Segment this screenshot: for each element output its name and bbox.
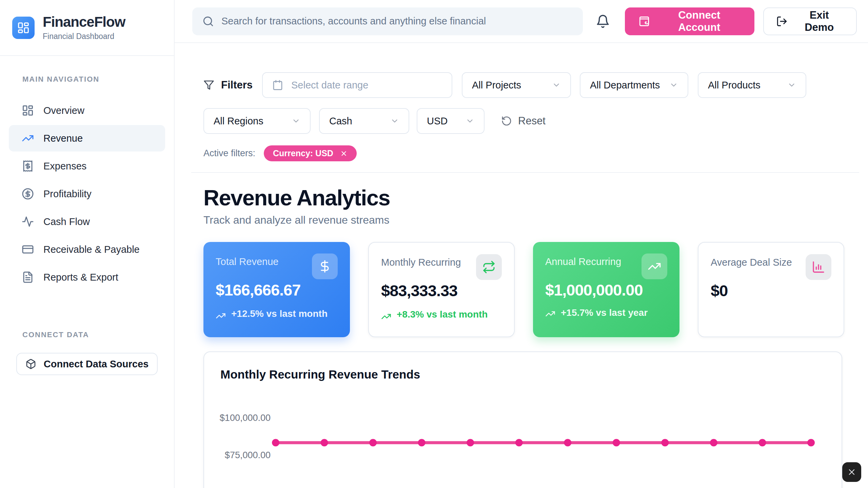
svg-text:$75,000.00: $75,000.00	[225, 450, 271, 460]
activity-icon	[22, 216, 34, 228]
bar-chart-icon	[806, 254, 831, 280]
wallet-icon	[638, 16, 650, 27]
card-title: Total Revenue	[216, 253, 278, 267]
global-search[interactable]	[192, 7, 583, 35]
log-out-icon	[776, 16, 788, 27]
package-icon	[25, 359, 36, 369]
sidebar-item-label: Revenue	[43, 133, 83, 144]
dashboard-icon	[22, 104, 34, 117]
connect-button-label: Connect Data Sources	[44, 359, 149, 370]
calendar-icon	[272, 80, 283, 90]
currency-select[interactable]: USD	[417, 108, 485, 134]
app-title: FinanceFlow	[43, 14, 125, 30]
total-revenue-card: Total Revenue $166,666.67 +12.5% vs last…	[203, 242, 350, 337]
currency-filter-chip[interactable]: Currency: USD	[264, 145, 357, 161]
connect-account-label: Connect Account	[657, 9, 741, 34]
svg-text:$100,000.00: $100,000.00	[220, 413, 271, 423]
notifications-button[interactable]	[596, 14, 610, 28]
circle-dollar-icon	[22, 188, 34, 200]
close-icon[interactable]	[340, 150, 348, 157]
exit-demo-button[interactable]: Exit Demo	[763, 7, 857, 35]
chevron-down-icon	[466, 117, 474, 125]
main-content: Filters Select date range All Projects A…	[175, 43, 868, 488]
connect-account-button[interactable]: Connect Account	[625, 7, 754, 35]
rotate-ccw-icon	[501, 116, 512, 126]
card-title: Monthly Recurring	[381, 254, 461, 268]
projects-select[interactable]: All Projects	[462, 72, 571, 98]
page-subtitle: Track and analyze all revenue streams	[203, 214, 859, 226]
sidebar-item-label: Cash Flow	[43, 216, 90, 227]
sidebar-item-receivable-payable[interactable]: Receivable & Payable	[9, 236, 165, 263]
receipt-icon	[22, 160, 34, 172]
connect-section-header: CONNECT DATA	[9, 330, 165, 339]
file-text-icon	[22, 271, 34, 283]
repeat-icon	[476, 254, 502, 280]
card-value: $1,000,000.00	[545, 281, 667, 299]
chart-title: Monthly Recurring Revenue Trends	[220, 368, 825, 381]
sidebar-item-cash-flow[interactable]: Cash Flow	[9, 208, 165, 235]
sidebar-item-profitability[interactable]: Profitability	[9, 181, 165, 207]
active-filters-label: Active filters:	[203, 148, 255, 159]
search-input[interactable]	[221, 16, 573, 27]
chevron-down-icon	[390, 117, 399, 125]
sidebar-item-overview[interactable]: Overview	[9, 97, 165, 124]
trending-up-icon	[642, 253, 667, 279]
date-range-placeholder: Select date range	[291, 80, 368, 91]
close-demo-button[interactable]	[842, 462, 861, 482]
monthly-recurring-card: Monthly Recurring $83,333.33 +8.3% vs la…	[368, 242, 515, 337]
credit-card-icon	[22, 243, 34, 256]
departments-select[interactable]: All Departments	[580, 72, 688, 98]
sidebar-item-revenue[interactable]: Revenue	[9, 125, 165, 151]
sidebar-item-label: Receivable & Payable	[43, 244, 140, 255]
search-icon	[202, 16, 214, 27]
accounting-basis-select[interactable]: Cash	[319, 108, 409, 134]
card-title: Annual Recurring	[545, 253, 621, 267]
sidebar-item-reports-export[interactable]: Reports & Export	[9, 264, 165, 290]
active-filters-row: Active filters: Currency: USD	[203, 145, 859, 161]
main-navigation: MAIN NAVIGATION Overview Revenue Expense…	[0, 56, 174, 290]
mrr-trends-chart-card: Monthly Recurring Revenue Trends $100,00…	[203, 351, 842, 488]
card-title: Average Deal Size	[711, 254, 792, 268]
chevron-down-icon	[787, 81, 796, 89]
card-value: $0	[711, 281, 831, 300]
chevron-down-icon	[292, 117, 300, 125]
connect-data-sources-button[interactable]: Connect Data Sources	[16, 353, 158, 375]
reset-filters-button[interactable]: Reset	[501, 115, 546, 127]
filters-label: Filters	[203, 79, 253, 91]
card-trend: +15.7% vs last year	[545, 307, 667, 319]
topbar: Connect Account Exit Demo	[175, 0, 868, 43]
app-logo-icon	[12, 17, 35, 39]
filters-row-1: Filters Select date range All Projects A…	[203, 72, 859, 98]
brand: FinanceFlow Financial Dashboard	[0, 0, 174, 56]
sidebar-item-label: Reports & Export	[43, 272, 118, 283]
trending-up-icon	[545, 309, 555, 319]
card-value: $83,333.33	[381, 281, 502, 300]
close-icon	[847, 467, 856, 477]
sidebar-item-label: Overview	[43, 105, 84, 116]
products-select[interactable]: All Products	[698, 72, 806, 98]
card-trend: +8.3% vs last month	[381, 308, 502, 322]
sidebar: FinanceFlow Financial Dashboard MAIN NAV…	[0, 0, 175, 488]
chevron-down-icon	[552, 81, 561, 89]
connect-data-section: CONNECT DATA Connect Data Sources	[0, 330, 174, 375]
sidebar-item-label: Profitability	[43, 188, 92, 200]
dollar-sign-icon	[312, 253, 338, 279]
regions-select[interactable]: All Regions	[203, 108, 311, 134]
annual-recurring-card: Annual Recurring $1,000,000.00 +15.7% vs…	[533, 242, 679, 337]
trending-up-icon	[22, 132, 34, 144]
app-subtitle: Financial Dashboard	[43, 32, 125, 41]
filter-funnel-icon	[203, 80, 214, 90]
section-divider	[191, 172, 859, 173]
card-value: $166,666.67	[216, 281, 338, 299]
average-deal-size-card: Average Deal Size $0	[698, 242, 844, 337]
trending-up-icon	[381, 311, 391, 322]
bell-icon	[596, 14, 610, 28]
chevron-down-icon	[669, 81, 678, 89]
filters-row-2: All Regions Cash USD Reset	[203, 108, 859, 134]
sidebar-item-label: Expenses	[43, 161, 86, 172]
page-title: Revenue Analytics	[203, 185, 859, 210]
date-range-input[interactable]: Select date range	[262, 72, 452, 98]
metric-cards: Total Revenue $166,666.67 +12.5% vs last…	[203, 242, 859, 337]
sidebar-item-expenses[interactable]: Expenses	[9, 153, 165, 179]
exit-demo-label: Exit Demo	[794, 9, 844, 34]
